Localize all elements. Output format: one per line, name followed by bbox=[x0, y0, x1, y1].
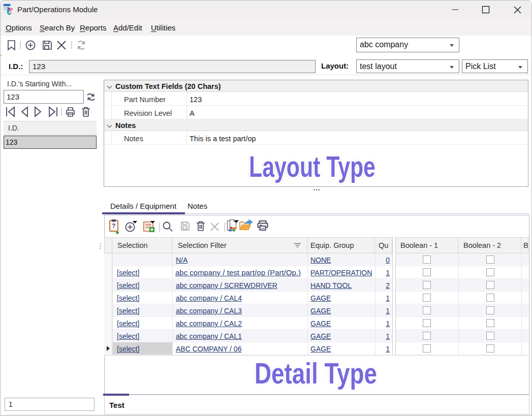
svg-text:?: ? bbox=[112, 222, 115, 230]
